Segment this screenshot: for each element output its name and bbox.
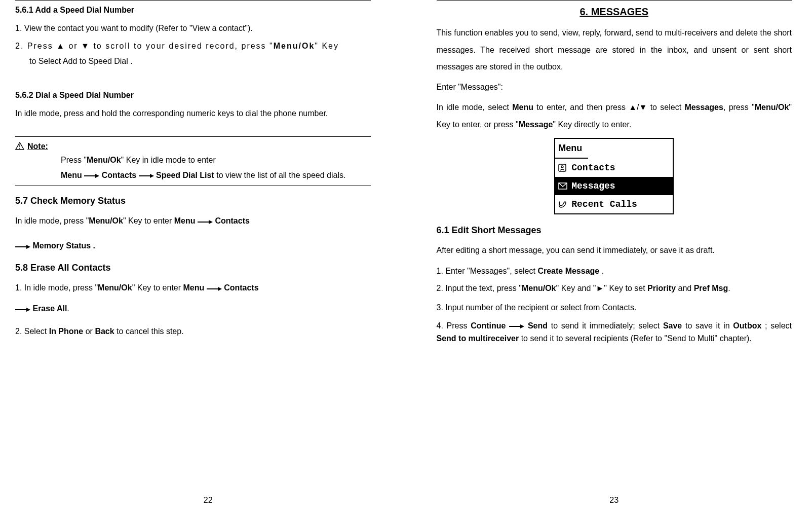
text: to enter, and then press bbox=[533, 103, 629, 112]
text: " Key and " bbox=[556, 284, 596, 292]
down-arrow-icon: ▼ bbox=[639, 99, 647, 116]
priority-label: Priority bbox=[647, 284, 676, 292]
body-57-cont: Memory Status . bbox=[15, 238, 371, 254]
svg-point-2 bbox=[19, 148, 20, 149]
text: 2. Input the text, press " bbox=[437, 284, 522, 292]
warning-icon bbox=[15, 140, 24, 155]
page-number: 23 bbox=[416, 493, 813, 508]
contacts-label: Contacts bbox=[224, 283, 258, 292]
body-562: In idle mode, press and hold the corresp… bbox=[15, 106, 371, 121]
phone-screen-illustration: Menu Contacts Messages Recent Calls bbox=[554, 138, 674, 214]
continue-label: Continue bbox=[471, 321, 506, 330]
text: 1. In idle mode, press " bbox=[15, 283, 98, 292]
arrow-icon bbox=[84, 168, 99, 183]
back-label: Back bbox=[95, 327, 114, 336]
text: In idle mode, select bbox=[437, 103, 513, 112]
memory-status-label: Memory Status . bbox=[32, 241, 95, 250]
text: or bbox=[83, 327, 95, 336]
svg-marker-4 bbox=[95, 174, 99, 178]
arrow-icon bbox=[509, 320, 524, 333]
heading-57: 5.7 Check Memory Status bbox=[15, 192, 371, 209]
arrow-icon bbox=[15, 302, 30, 317]
menuok-label: Menu/Ok bbox=[98, 283, 132, 292]
screen-row-label: Recent Calls bbox=[571, 196, 637, 213]
screen-row-recent: Recent Calls bbox=[555, 195, 673, 213]
outbox-label: Outbox bbox=[733, 321, 761, 330]
text: In idle mode, press " bbox=[15, 216, 89, 225]
screen-row-label: Messages bbox=[571, 177, 615, 195]
save-label: Save bbox=[663, 321, 682, 330]
step-58-1: 1. In idle mode, press "Menu/Ok" Key to … bbox=[15, 280, 371, 296]
heading-chapter-6: 6. MESSAGES bbox=[437, 2, 792, 21]
menu-label: Menu bbox=[512, 103, 533, 112]
screen-title: Menu bbox=[555, 139, 588, 158]
svg-marker-12 bbox=[218, 287, 222, 291]
svg-marker-14 bbox=[26, 308, 30, 312]
idle-instr: In idle mode, select Menu to enter, and … bbox=[437, 99, 792, 133]
text: 4. Press bbox=[437, 321, 471, 330]
text: to send it to several recipients (Refer … bbox=[519, 334, 752, 343]
speed-dial-list-label: Speed Dial List bbox=[156, 171, 214, 179]
step-61-4: 4. Press Continue Send to send it immedi… bbox=[437, 320, 792, 345]
prefmsg-label: Pref Msg bbox=[694, 284, 728, 292]
text: 2. Press bbox=[15, 42, 56, 50]
messages-label: Messages bbox=[684, 103, 723, 112]
right-arrow-icon: ► bbox=[596, 284, 604, 292]
text: to save it in bbox=[682, 321, 733, 330]
note-line-1: Press "Menu/Ok" Key in idle mode to ente… bbox=[61, 153, 371, 168]
text: to scroll to your desired record, press … bbox=[90, 42, 274, 50]
heading-562: 5.6.2 Dial a Speed Dial Number bbox=[15, 88, 371, 103]
menuok-label: Menu/Ok bbox=[522, 284, 556, 292]
step-58-1-cont: Erase All. bbox=[15, 301, 371, 317]
arrow-icon bbox=[198, 214, 213, 229]
step-61-1: 1. Enter "Messages", select Create Messa… bbox=[437, 264, 792, 279]
up-arrow-icon: ▲ bbox=[629, 99, 637, 116]
intro-6: This function enables you to send, view,… bbox=[437, 24, 792, 76]
erase-all-label: Erase All bbox=[32, 304, 67, 313]
text: or bbox=[65, 42, 81, 50]
arrow-icon bbox=[207, 281, 222, 296]
text: . bbox=[728, 284, 730, 292]
svg-marker-19 bbox=[520, 324, 524, 328]
text: " Key to enter bbox=[132, 283, 183, 292]
note-label: Note: bbox=[27, 139, 48, 154]
note-line-2: Menu Contacts Speed Dial List to view th… bbox=[61, 168, 371, 183]
text: " Key to set bbox=[604, 284, 647, 292]
recent-calls-icon bbox=[557, 200, 568, 209]
text: " Key directly to enter. bbox=[553, 120, 631, 129]
step-58-2: 2. Select In Phone or Back to cancel thi… bbox=[15, 324, 371, 339]
enter-messages: Enter "Messages": bbox=[437, 80, 792, 95]
menuok-label: Menu/Ok bbox=[89, 216, 123, 225]
heading-561: 5.6.1 Add a Speed Dial Number bbox=[15, 3, 371, 18]
contacts-label: Contacts bbox=[215, 216, 249, 225]
text: to cancel this step. bbox=[114, 327, 184, 336]
messages-icon bbox=[557, 181, 568, 191]
step-561-2-cont: to Select Add to Speed Dial . bbox=[29, 54, 371, 69]
text: Press " bbox=[61, 156, 87, 164]
step-561-2: 2. Press ▲ or ▼ to scroll to your desire… bbox=[15, 39, 371, 54]
up-arrow-icon: ▲ bbox=[56, 39, 65, 54]
text: to view the list of all the speed dials. bbox=[214, 171, 346, 179]
heading-61: 6.1 Edit Short Messages bbox=[437, 222, 792, 239]
arrow-icon bbox=[139, 168, 154, 183]
text: ; select bbox=[761, 321, 792, 330]
send-multi-label: Send to multireceiver bbox=[437, 334, 519, 343]
in-phone-label: In Phone bbox=[49, 327, 84, 336]
text: and bbox=[676, 284, 694, 292]
page-number: 22 bbox=[0, 493, 416, 508]
text: " Key in idle mode to enter bbox=[121, 156, 216, 164]
menuok-label: Menu/Ok bbox=[755, 103, 789, 112]
menu-label: Menu bbox=[61, 171, 82, 179]
heading-58: 5.8 Erase All Contacts bbox=[15, 259, 371, 276]
step-561-1: 1. View the contact you want to modify (… bbox=[15, 21, 371, 36]
body-57: In idle mode, press "Menu/Ok" Key to ent… bbox=[15, 213, 371, 229]
text: to send it immediately; select bbox=[548, 321, 663, 330]
svg-point-16 bbox=[561, 166, 563, 168]
contacts-icon bbox=[557, 163, 568, 172]
svg-marker-8 bbox=[209, 220, 213, 224]
screen-row-contacts: Contacts bbox=[555, 159, 673, 177]
text: to select bbox=[647, 103, 684, 112]
down-arrow-icon: ▼ bbox=[81, 39, 90, 54]
create-message-label: Create Message bbox=[537, 267, 599, 275]
screen-row-label: Contacts bbox=[571, 159, 615, 176]
